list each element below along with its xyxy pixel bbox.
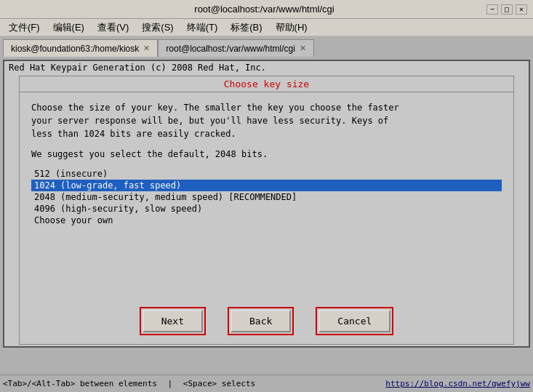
key-options-list: 512 (insecure) 1024 (low-grade, fast spe… [31, 168, 502, 226]
suggestion-text: We suggest you select the default, 2048 … [31, 148, 502, 161]
tab-kiosk[interactable]: kiosk@foundation63:/home/kiosk ✕ [3, 39, 158, 57]
desc-line2: your server response will be, but you'll… [31, 116, 388, 126]
option-2048[interactable]: 2048 (medium-security, medium speed) [RE… [31, 191, 502, 203]
close-button[interactable]: ✕ [516, 4, 527, 15]
desc-line1: Choose the size of your key. The smaller… [31, 103, 399, 113]
content-area: Red Hat Keypair Generation (c) 2008 Red … [0, 57, 533, 375]
terminal-window: Red Hat Keypair Generation (c) 2008 Red … [3, 60, 530, 348]
dialog-content: Choose the size of your key. The smaller… [20, 92, 513, 298]
status-tab-hint: <Tab>/<Alt-Tab> between elements [3, 379, 157, 388]
option-1024[interactable]: 1024 (low-grade, fast speed) [31, 180, 502, 191]
tab-kiosk-label: kiosk@foundation63:/home/kiosk [11, 44, 139, 54]
menu-tags[interactable]: 标签(B) [225, 20, 268, 36]
tab-root-close[interactable]: ✕ [300, 44, 306, 53]
cancel-btn-wrapper: Cancel [316, 307, 393, 335]
status-url[interactable]: https://blog.csdn.net/qwefyjww [385, 379, 530, 388]
option-4096[interactable]: 4096 (high-security, slow speed) [31, 203, 502, 215]
maximize-button[interactable]: □ [501, 4, 513, 15]
status-divider: | [162, 379, 179, 388]
next-button[interactable]: Next [143, 310, 203, 332]
window-title: root@localhost:/var/www/html/cgi [42, 4, 486, 15]
menu-view[interactable]: 查看(V) [92, 20, 135, 36]
status-left: <Tab>/<Alt-Tab> between elements | <Spac… [3, 379, 385, 388]
tab-root[interactable]: root@localhost:/var/www/html/cgi ✕ [158, 39, 314, 57]
dialog-box: Choose key size Choose the size of your … [19, 76, 514, 345]
dialog-title: Choose key size [20, 76, 513, 92]
status-space-hint: <Space> selects [183, 379, 255, 388]
tab-bar: kiosk@foundation63:/home/kiosk ✕ root@lo… [0, 36, 533, 57]
minimize-button[interactable]: − [486, 4, 498, 15]
tab-kiosk-close[interactable]: ✕ [143, 44, 150, 53]
menu-help[interactable]: 帮助(H) [270, 20, 313, 36]
title-bar: root@localhost:/var/www/html/cgi − □ ✕ [0, 0, 533, 19]
menu-bar: 文件(F) 编辑(E) 查看(V) 搜索(S) 终端(T) 标签(B) 帮助(H… [0, 19, 533, 36]
desc-line3: less than 1024 bits are easily cracked. [31, 129, 236, 139]
menu-terminal[interactable]: 终端(T) [181, 20, 224, 36]
menu-file[interactable]: 文件(F) [3, 20, 46, 36]
cancel-button[interactable]: Cancel [318, 310, 390, 332]
back-button[interactable]: Back [231, 310, 291, 332]
next-btn-wrapper: Next [140, 307, 206, 335]
back-btn-wrapper: Back [228, 307, 294, 335]
status-bar: <Tab>/<Alt-Tab> between elements | <Spac… [0, 375, 533, 392]
option-custom[interactable]: Choose your own [31, 215, 502, 226]
menu-search[interactable]: 搜索(S) [136, 20, 179, 36]
dialog-buttons: Next Back Cancel [20, 298, 513, 344]
tab-root-label: root@localhost:/var/www/html/cgi [166, 44, 295, 54]
option-512[interactable]: 512 (insecure) [31, 168, 502, 180]
rh-header: Red Hat Keypair Generation (c) 2008 Red … [4, 61, 529, 74]
menu-edit[interactable]: 编辑(E) [47, 20, 90, 36]
